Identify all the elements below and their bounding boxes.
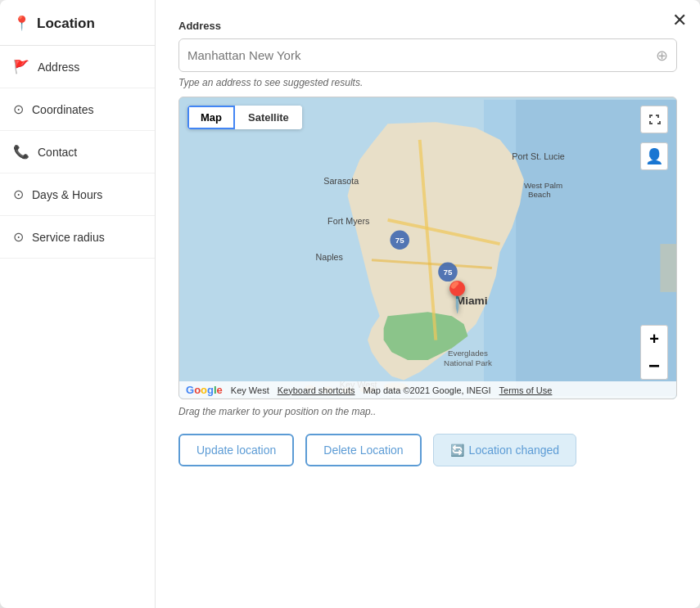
map-type-satellite-button[interactable]: Satellite [235, 106, 302, 129]
circle-icon: ⊙ [13, 101, 24, 117]
map-data: Map data ©2021 Google, INEGI [364, 385, 491, 395]
update-location-button[interactable]: Update location [178, 434, 294, 466]
clock-icon: ⊙ [13, 187, 24, 202]
drag-hint: Drag the marker to your position on the … [178, 406, 677, 417]
sidebar-item-coordinates[interactable]: ⊙ Coordinates [0, 88, 155, 131]
map-type-map-button[interactable]: Map [187, 106, 235, 129]
locate-icon[interactable]: ⊕ [656, 47, 668, 65]
minus-icon: − [648, 354, 660, 377]
map-background: 75 75 Sarasota Port St. Lucie West Palm … [179, 97, 676, 399]
map-pin[interactable]: 📍 [439, 280, 476, 314]
plus-icon: + [649, 330, 659, 349]
svg-text:Beach: Beach [528, 190, 551, 199]
sidebar-item-label: Address [38, 61, 79, 74]
map-fullscreen-button[interactable] [640, 106, 668, 133]
svg-rect-27 [660, 244, 676, 292]
map-zoom-out-button[interactable]: − [640, 352, 668, 380]
sidebar-item-address[interactable]: 🚩 Address [0, 46, 155, 88]
terms-of-use[interactable]: Terms of Use [499, 385, 553, 395]
map-container: 75 75 Sarasota Port St. Lucie West Palm … [178, 97, 677, 399]
google-logo: Google [186, 384, 223, 396]
address-hint: Type an address to see suggested results… [178, 77, 677, 88]
map-footer: Google Key West Keyboard shortcuts Map d… [179, 381, 676, 399]
address-input[interactable] [187, 39, 656, 71]
svg-text:National Park: National Park [444, 358, 492, 367]
sidebar-item-contact[interactable]: 📞 Contact [0, 131, 155, 173]
sidebar-item-label: Coordinates [32, 103, 94, 116]
delete-location-button[interactable]: Delete Location [305, 434, 421, 466]
map-svg: 75 75 Sarasota Port St. Lucie West Palm … [179, 97, 676, 399]
location-changed-button[interactable]: 🔄 Location changed [433, 434, 577, 466]
svg-text:75: 75 [395, 236, 404, 245]
svg-text:Port St. Lucie: Port St. Lucie [512, 151, 565, 161]
sidebar-title: Location [37, 16, 95, 32]
sidebar-item-service-radius[interactable]: ⊙ Service radius [0, 216, 155, 259]
radius-icon: ⊙ [13, 229, 24, 245]
modal: ✕ 📍 Location 🚩 Address ⊙ Coordinates 📞 C… [0, 0, 700, 608]
main-content: Address ⊕ Type an address to see suggest… [156, 0, 700, 608]
keyboard-shortcuts[interactable]: Keyboard shortcuts [278, 385, 355, 395]
location-changed-label: Location changed [469, 444, 560, 457]
bottom-buttons: Update location Delete Location 🔄 Locati… [178, 434, 677, 466]
refresh-icon: 🔄 [450, 444, 464, 457]
phone-icon: 📞 [13, 144, 29, 160]
sidebar: 📍 Location 🚩 Address ⊙ Coordinates 📞 Con… [0, 0, 156, 608]
fullscreen-icon [648, 113, 661, 126]
map-type-buttons: Map Satellite [187, 106, 302, 129]
svg-text:75: 75 [444, 268, 453, 277]
map-zoom-in-button[interactable]: + [640, 325, 668, 353]
sidebar-item-label: Days & Hours [32, 188, 102, 201]
sidebar-item-days-hours[interactable]: ⊙ Days & Hours [0, 173, 155, 216]
flag-icon: 🚩 [13, 59, 29, 74]
map-key-west: Key West [231, 385, 269, 395]
address-section-label: Address [178, 20, 677, 32]
location-icon: 📍 [13, 15, 30, 32]
sidebar-item-label: Contact [38, 146, 77, 159]
sidebar-header: 📍 Location [0, 0, 155, 46]
sidebar-item-label: Service radius [32, 231, 105, 244]
address-input-wrap: ⊕ [178, 38, 677, 72]
svg-text:Naples: Naples [315, 252, 342, 262]
person-icon: 👤 [645, 147, 663, 165]
close-button[interactable]: ✕ [672, 10, 687, 31]
svg-text:Sarasota: Sarasota [323, 176, 359, 186]
map-person-button[interactable]: 👤 [640, 142, 668, 170]
svg-text:Everglades: Everglades [448, 349, 488, 358]
svg-text:West Palm: West Palm [524, 181, 562, 190]
svg-text:Fort Myers: Fort Myers [327, 216, 369, 226]
